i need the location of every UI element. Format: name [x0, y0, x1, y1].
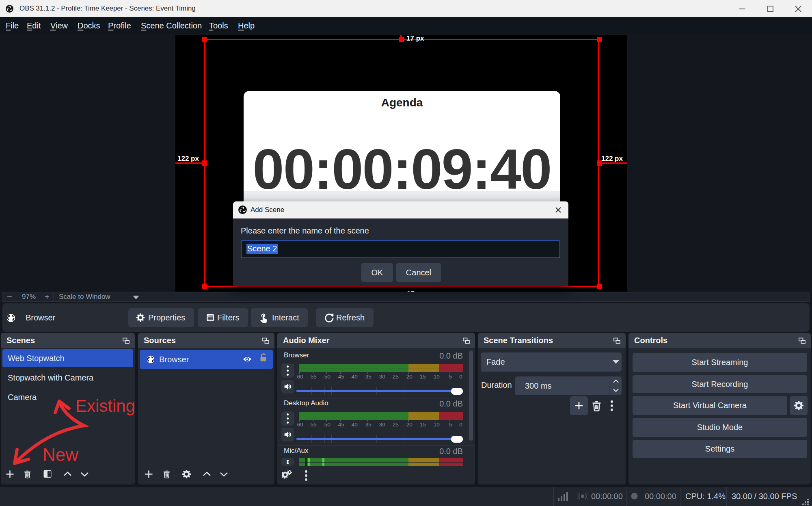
svg-text:Existing: Existing	[76, 396, 135, 415]
svg-text:New: New	[43, 445, 78, 465]
